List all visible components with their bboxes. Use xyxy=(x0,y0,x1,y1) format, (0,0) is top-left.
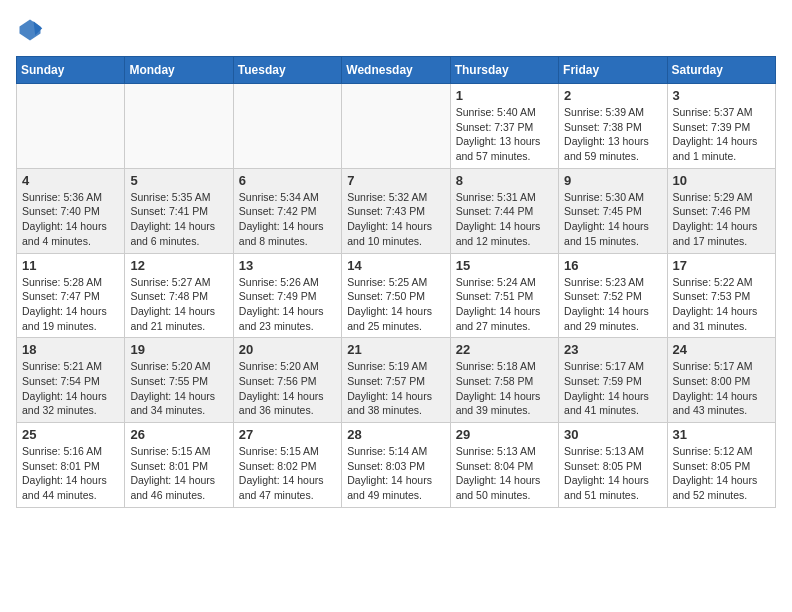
week-row-4: 18Sunrise: 5:21 AM Sunset: 7:54 PM Dayli… xyxy=(17,338,776,423)
weekday-header-saturday: Saturday xyxy=(667,57,775,84)
day-info: Sunrise: 5:21 AM Sunset: 7:54 PM Dayligh… xyxy=(22,359,119,418)
day-info: Sunrise: 5:40 AM Sunset: 7:37 PM Dayligh… xyxy=(456,105,553,164)
day-info: Sunrise: 5:17 AM Sunset: 7:59 PM Dayligh… xyxy=(564,359,661,418)
weekday-header-sunday: Sunday xyxy=(17,57,125,84)
day-number: 14 xyxy=(347,258,444,273)
calendar-cell: 26Sunrise: 5:15 AM Sunset: 8:01 PM Dayli… xyxy=(125,423,233,508)
calendar-cell: 8Sunrise: 5:31 AM Sunset: 7:44 PM Daylig… xyxy=(450,168,558,253)
day-info: Sunrise: 5:32 AM Sunset: 7:43 PM Dayligh… xyxy=(347,190,444,249)
calendar-cell: 7Sunrise: 5:32 AM Sunset: 7:43 PM Daylig… xyxy=(342,168,450,253)
day-info: Sunrise: 5:12 AM Sunset: 8:05 PM Dayligh… xyxy=(673,444,770,503)
calendar-cell xyxy=(342,84,450,169)
day-info: Sunrise: 5:25 AM Sunset: 7:50 PM Dayligh… xyxy=(347,275,444,334)
calendar-cell: 3Sunrise: 5:37 AM Sunset: 7:39 PM Daylig… xyxy=(667,84,775,169)
calendar-body: 1Sunrise: 5:40 AM Sunset: 7:37 PM Daylig… xyxy=(17,84,776,508)
calendar-cell: 21Sunrise: 5:19 AM Sunset: 7:57 PM Dayli… xyxy=(342,338,450,423)
calendar-cell: 15Sunrise: 5:24 AM Sunset: 7:51 PM Dayli… xyxy=(450,253,558,338)
day-number: 20 xyxy=(239,342,336,357)
calendar-cell xyxy=(17,84,125,169)
day-info: Sunrise: 5:24 AM Sunset: 7:51 PM Dayligh… xyxy=(456,275,553,334)
page-header xyxy=(16,16,776,44)
weekday-header-tuesday: Tuesday xyxy=(233,57,341,84)
calendar-cell: 11Sunrise: 5:28 AM Sunset: 7:47 PM Dayli… xyxy=(17,253,125,338)
calendar-cell: 19Sunrise: 5:20 AM Sunset: 7:55 PM Dayli… xyxy=(125,338,233,423)
calendar-cell: 23Sunrise: 5:17 AM Sunset: 7:59 PM Dayli… xyxy=(559,338,667,423)
week-row-3: 11Sunrise: 5:28 AM Sunset: 7:47 PM Dayli… xyxy=(17,253,776,338)
day-info: Sunrise: 5:27 AM Sunset: 7:48 PM Dayligh… xyxy=(130,275,227,334)
week-row-2: 4Sunrise: 5:36 AM Sunset: 7:40 PM Daylig… xyxy=(17,168,776,253)
day-info: Sunrise: 5:29 AM Sunset: 7:46 PM Dayligh… xyxy=(673,190,770,249)
day-info: Sunrise: 5:37 AM Sunset: 7:39 PM Dayligh… xyxy=(673,105,770,164)
weekday-header-friday: Friday xyxy=(559,57,667,84)
day-info: Sunrise: 5:20 AM Sunset: 7:55 PM Dayligh… xyxy=(130,359,227,418)
day-number: 4 xyxy=(22,173,119,188)
day-number: 10 xyxy=(673,173,770,188)
calendar-cell: 17Sunrise: 5:22 AM Sunset: 7:53 PM Dayli… xyxy=(667,253,775,338)
weekday-header-wednesday: Wednesday xyxy=(342,57,450,84)
day-info: Sunrise: 5:28 AM Sunset: 7:47 PM Dayligh… xyxy=(22,275,119,334)
day-number: 13 xyxy=(239,258,336,273)
day-number: 3 xyxy=(673,88,770,103)
day-number: 30 xyxy=(564,427,661,442)
day-number: 8 xyxy=(456,173,553,188)
day-number: 18 xyxy=(22,342,119,357)
calendar-header: SundayMondayTuesdayWednesdayThursdayFrid… xyxy=(17,57,776,84)
day-info: Sunrise: 5:20 AM Sunset: 7:56 PM Dayligh… xyxy=(239,359,336,418)
calendar-cell: 16Sunrise: 5:23 AM Sunset: 7:52 PM Dayli… xyxy=(559,253,667,338)
calendar-cell: 31Sunrise: 5:12 AM Sunset: 8:05 PM Dayli… xyxy=(667,423,775,508)
calendar-cell: 1Sunrise: 5:40 AM Sunset: 7:37 PM Daylig… xyxy=(450,84,558,169)
day-number: 7 xyxy=(347,173,444,188)
day-info: Sunrise: 5:26 AM Sunset: 7:49 PM Dayligh… xyxy=(239,275,336,334)
calendar-cell: 12Sunrise: 5:27 AM Sunset: 7:48 PM Dayli… xyxy=(125,253,233,338)
calendar-cell: 9Sunrise: 5:30 AM Sunset: 7:45 PM Daylig… xyxy=(559,168,667,253)
calendar-cell xyxy=(233,84,341,169)
day-number: 28 xyxy=(347,427,444,442)
day-info: Sunrise: 5:16 AM Sunset: 8:01 PM Dayligh… xyxy=(22,444,119,503)
day-info: Sunrise: 5:13 AM Sunset: 8:05 PM Dayligh… xyxy=(564,444,661,503)
day-number: 1 xyxy=(456,88,553,103)
day-number: 2 xyxy=(564,88,661,103)
weekday-header-row: SundayMondayTuesdayWednesdayThursdayFrid… xyxy=(17,57,776,84)
weekday-header-thursday: Thursday xyxy=(450,57,558,84)
logo-icon xyxy=(16,16,44,44)
day-info: Sunrise: 5:18 AM Sunset: 7:58 PM Dayligh… xyxy=(456,359,553,418)
calendar-cell: 30Sunrise: 5:13 AM Sunset: 8:05 PM Dayli… xyxy=(559,423,667,508)
day-info: Sunrise: 5:13 AM Sunset: 8:04 PM Dayligh… xyxy=(456,444,553,503)
day-number: 16 xyxy=(564,258,661,273)
day-number: 22 xyxy=(456,342,553,357)
week-row-5: 25Sunrise: 5:16 AM Sunset: 8:01 PM Dayli… xyxy=(17,423,776,508)
calendar-cell: 5Sunrise: 5:35 AM Sunset: 7:41 PM Daylig… xyxy=(125,168,233,253)
calendar-cell: 20Sunrise: 5:20 AM Sunset: 7:56 PM Dayli… xyxy=(233,338,341,423)
day-info: Sunrise: 5:15 AM Sunset: 8:01 PM Dayligh… xyxy=(130,444,227,503)
weekday-header-monday: Monday xyxy=(125,57,233,84)
day-info: Sunrise: 5:36 AM Sunset: 7:40 PM Dayligh… xyxy=(22,190,119,249)
day-info: Sunrise: 5:23 AM Sunset: 7:52 PM Dayligh… xyxy=(564,275,661,334)
logo xyxy=(16,16,48,44)
day-info: Sunrise: 5:34 AM Sunset: 7:42 PM Dayligh… xyxy=(239,190,336,249)
day-number: 29 xyxy=(456,427,553,442)
day-number: 5 xyxy=(130,173,227,188)
day-info: Sunrise: 5:14 AM Sunset: 8:03 PM Dayligh… xyxy=(347,444,444,503)
calendar-cell: 29Sunrise: 5:13 AM Sunset: 8:04 PM Dayli… xyxy=(450,423,558,508)
day-number: 15 xyxy=(456,258,553,273)
day-info: Sunrise: 5:35 AM Sunset: 7:41 PM Dayligh… xyxy=(130,190,227,249)
calendar-cell: 28Sunrise: 5:14 AM Sunset: 8:03 PM Dayli… xyxy=(342,423,450,508)
day-info: Sunrise: 5:19 AM Sunset: 7:57 PM Dayligh… xyxy=(347,359,444,418)
day-number: 24 xyxy=(673,342,770,357)
calendar-cell: 27Sunrise: 5:15 AM Sunset: 8:02 PM Dayli… xyxy=(233,423,341,508)
day-info: Sunrise: 5:22 AM Sunset: 7:53 PM Dayligh… xyxy=(673,275,770,334)
calendar-cell: 18Sunrise: 5:21 AM Sunset: 7:54 PM Dayli… xyxy=(17,338,125,423)
calendar-table: SundayMondayTuesdayWednesdayThursdayFrid… xyxy=(16,56,776,508)
day-number: 27 xyxy=(239,427,336,442)
calendar-cell: 24Sunrise: 5:17 AM Sunset: 8:00 PM Dayli… xyxy=(667,338,775,423)
day-info: Sunrise: 5:15 AM Sunset: 8:02 PM Dayligh… xyxy=(239,444,336,503)
day-number: 9 xyxy=(564,173,661,188)
calendar-cell xyxy=(125,84,233,169)
day-number: 26 xyxy=(130,427,227,442)
calendar-cell: 13Sunrise: 5:26 AM Sunset: 7:49 PM Dayli… xyxy=(233,253,341,338)
calendar-cell: 22Sunrise: 5:18 AM Sunset: 7:58 PM Dayli… xyxy=(450,338,558,423)
week-row-1: 1Sunrise: 5:40 AM Sunset: 7:37 PM Daylig… xyxy=(17,84,776,169)
calendar-cell: 10Sunrise: 5:29 AM Sunset: 7:46 PM Dayli… xyxy=(667,168,775,253)
calendar-cell: 2Sunrise: 5:39 AM Sunset: 7:38 PM Daylig… xyxy=(559,84,667,169)
day-number: 23 xyxy=(564,342,661,357)
